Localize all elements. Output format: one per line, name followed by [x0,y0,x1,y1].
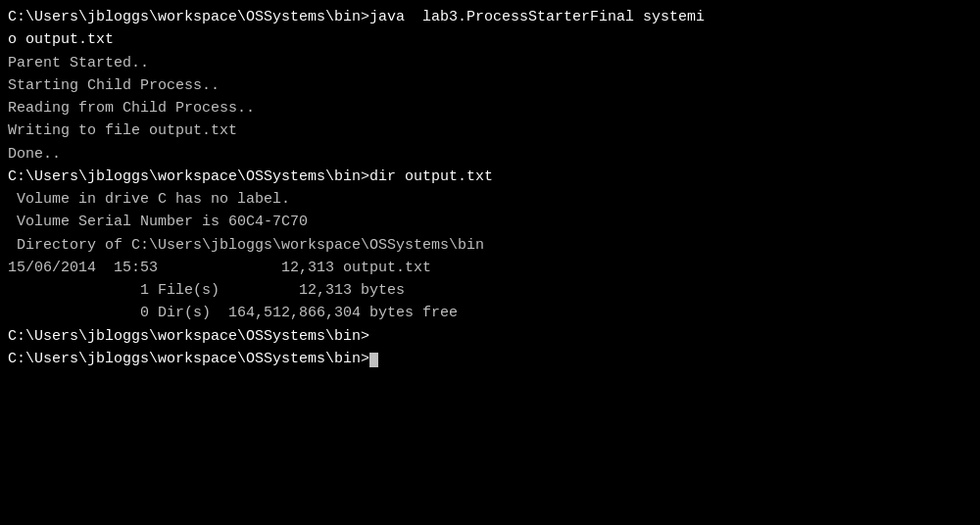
terminal-line: C:\Users\jbloggs\workspace\OSSystems\bin… [8,6,972,28]
terminal-line: 15/06/2014 15:53 12,313 output.txt [8,257,972,279]
terminal-line: Done.. [8,143,972,166]
terminal-line: Reading from Child Process.. [8,97,972,119]
terminal-line: C:\Users\jbloggs\workspace\OSSystems\bin… [8,166,972,188]
terminal-line: Starting Child Process.. [8,74,972,97]
terminal-line: o output.txt [8,28,972,51]
terminal-line: 0 Dir(s) 164,512,866,304 bytes free [8,302,972,324]
terminal-line: Parent Started.. [8,52,972,74]
terminal-window: C:\Users\jbloggs\workspace\OSSystems\bin… [8,6,972,370]
terminal-line: Writing to file output.txt [8,119,972,142]
terminal-line: 1 File(s) 12,313 bytes [8,279,972,302]
terminal-line: Volume Serial Number is 60C4-7C70 [8,211,972,233]
terminal-line: C:\Users\jbloggs\workspace\OSSystems\bin… [8,325,972,348]
terminal-line: Directory of C:\Users\jbloggs\workspace\… [8,234,972,257]
terminal-line: C:\Users\jbloggs\workspace\OSSystems\bin… [8,348,972,370]
cursor-blink [369,353,378,367]
terminal-line: Volume in drive C has no label. [8,188,972,211]
